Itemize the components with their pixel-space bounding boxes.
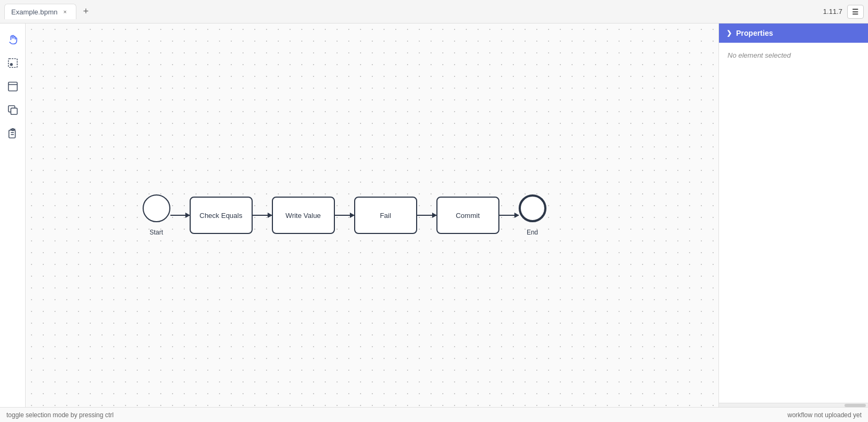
- properties-panel: ❯ Properties No element selected: [718, 24, 868, 407]
- task-commit[interactable]: Commit: [436, 197, 499, 234]
- start-event-label: Start: [150, 229, 163, 236]
- svg-rect-5: [9, 130, 15, 138]
- version-badge: 1.11.7: [823, 7, 842, 15]
- svg-rect-0: [8, 59, 17, 68]
- task-write-value[interactable]: Write Value: [272, 197, 335, 234]
- arrow-5: [499, 215, 519, 216]
- menu-button[interactable]: ☰: [847, 5, 864, 19]
- end-event-wrapper: End: [519, 194, 546, 236]
- arrow-line-3: [335, 215, 354, 216]
- arrow-4: [417, 215, 436, 216]
- svg-rect-4: [11, 108, 17, 114]
- end-event-label: End: [527, 229, 538, 236]
- task-commit-wrapper: Commit: [436, 197, 499, 234]
- properties-body: No element selected: [719, 43, 868, 403]
- status-left: toggle selection mode by pressing ctrl: [6, 411, 114, 419]
- bpmn-canvas[interactable]: Start Check Equals Write Value: [26, 24, 718, 407]
- toolbar: [0, 24, 26, 407]
- hand-tool-button[interactable]: [3, 30, 22, 49]
- start-event-wrapper: Start: [143, 194, 170, 236]
- close-tab-button[interactable]: ×: [61, 7, 69, 16]
- arrow-line-1: [170, 215, 190, 216]
- select-tool-button[interactable]: [3, 53, 22, 73]
- status-right: workflow not uploaded yet: [787, 411, 862, 419]
- task-write-value-wrapper: Write Value: [272, 197, 335, 234]
- task-fail[interactable]: Fail: [354, 197, 417, 234]
- end-event[interactable]: [519, 194, 546, 222]
- title-bar: Example.bpmn × + 1.11.7 ☰: [0, 0, 868, 24]
- arrow-line-4: [417, 215, 436, 216]
- new-tab-button[interactable]: +: [79, 4, 93, 19]
- arrow-1: [170, 215, 190, 216]
- file-tab[interactable]: Example.bpmn ×: [4, 4, 76, 19]
- svg-point-1: [10, 64, 12, 66]
- start-event[interactable]: [143, 194, 170, 222]
- no-element-label: No element selected: [728, 51, 791, 59]
- arrow-line-5: [499, 215, 519, 216]
- svg-rect-2: [8, 82, 17, 91]
- frame-tool-button[interactable]: [3, 77, 22, 96]
- paste-tool-button[interactable]: [3, 124, 22, 143]
- arrow-line-2: [253, 215, 272, 216]
- main-layout: Start Check Equals Write Value: [0, 24, 868, 407]
- scrollbar-thumb: [844, 404, 866, 407]
- chevron-down-icon: ❯: [726, 29, 732, 37]
- task-check-equals-wrapper: Check Equals: [190, 197, 253, 234]
- task-check-equals[interactable]: Check Equals: [190, 197, 253, 234]
- status-bar: toggle selection mode by pressing ctrl w…: [0, 407, 868, 422]
- arrow-3: [335, 215, 354, 216]
- bpmn-diagram: Start Check Equals Write Value: [143, 194, 546, 236]
- copy-tool-button[interactable]: [3, 100, 22, 120]
- properties-title: Properties: [736, 29, 773, 37]
- arrow-2: [253, 215, 272, 216]
- properties-header: ❯ Properties: [719, 24, 868, 43]
- task-fail-wrapper: Fail: [354, 197, 417, 234]
- tab-label: Example.bpmn: [11, 8, 58, 16]
- svg-rect-8: [12, 129, 14, 131]
- properties-scrollbar: [719, 403, 868, 407]
